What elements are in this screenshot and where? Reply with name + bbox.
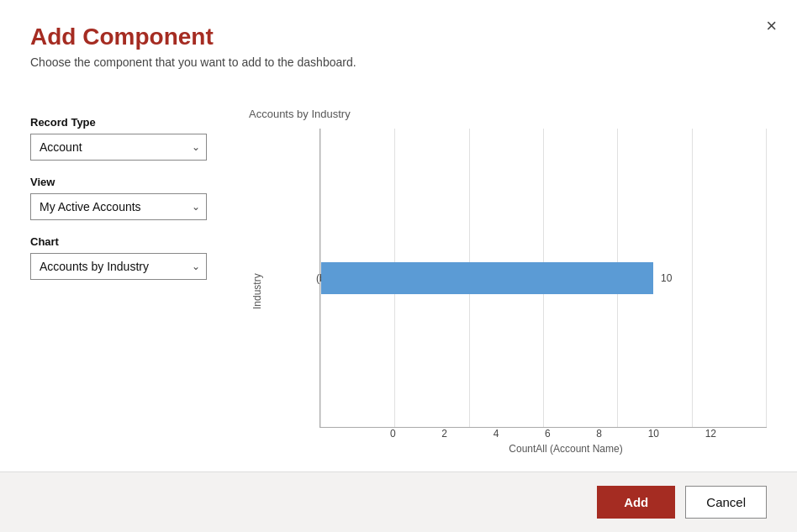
chart-select-wrapper: Accounts by Industry ⌄ [30,253,207,280]
x-tick-2: 2 [441,428,447,440]
x-labels-spacer [319,428,390,455]
view-select[interactable]: My Active Accounts [30,193,207,220]
bottom-labels: 0 2 4 6 8 10 12 CountAll (Account Name) [319,428,767,455]
y-axis-labels [269,129,319,455]
x-tick-8: 8 [596,428,602,440]
view-label: View [30,176,215,188]
chart-label: Chart [30,235,215,248]
dialog-subtitle: Choose the component that you want to ad… [30,55,767,69]
x-tick-10: 10 [648,428,659,440]
y-label-blank [310,287,313,297]
record-type-select-wrapper: Account ⌄ [30,134,207,161]
view-field: View My Active Accounts ⌄ [30,176,215,220]
record-type-label: Record Type [30,116,215,129]
left-panel: Record Type Account ⌄ View My Active Acc… [30,99,215,455]
add-button[interactable]: Add [597,486,675,519]
dialog-body: Record Type Account ⌄ View My Active Acc… [0,82,797,471]
y-axis-label: Industry [249,129,266,455]
x-axis-label: CountAll (Account Name) [390,443,742,455]
plot-area: (blank) 10 [319,129,767,428]
grid-line-6 [766,129,767,427]
record-type-field: Record Type Account ⌄ [30,116,215,161]
x-tick-0: 0 [390,428,396,440]
chart-area: Industry [249,129,767,455]
dialog-footer: Add Cancel [0,471,797,532]
dialog-header: Add Component Choose the component that … [0,0,797,82]
dialog-title: Add Component [30,24,767,50]
x-labels-area: 0 2 4 6 8 10 12 CountAll (Account Name) [390,428,767,455]
chart-field: Chart Accounts by Industry ⌄ [30,235,215,280]
record-type-select[interactable]: Account [30,134,207,161]
right-panel: Accounts by Industry Industry [249,99,767,455]
plot-wrapper: (blank) 10 0 2 [319,129,767,455]
bar-blank: 10 [321,262,653,294]
view-select-wrapper: My Active Accounts ⌄ [30,193,207,220]
add-component-dialog: Add Component Choose the component that … [0,0,797,532]
cancel-button[interactable]: Cancel [685,486,767,519]
x-tick-6: 6 [545,428,551,440]
close-button[interactable]: × [766,17,777,35]
x-tick-12: 12 [705,428,716,440]
x-tick-4: 4 [494,428,499,440]
chart-title: Accounts by Industry [249,108,767,120]
chart-container: Industry [249,129,767,455]
chart-select[interactable]: Accounts by Industry [30,253,207,280]
bar-row-blank: (blank) 10 [320,253,742,303]
bar-value-blank: 10 [661,272,672,284]
x-axis-ticks: 0 2 4 6 8 10 12 [390,428,742,440]
